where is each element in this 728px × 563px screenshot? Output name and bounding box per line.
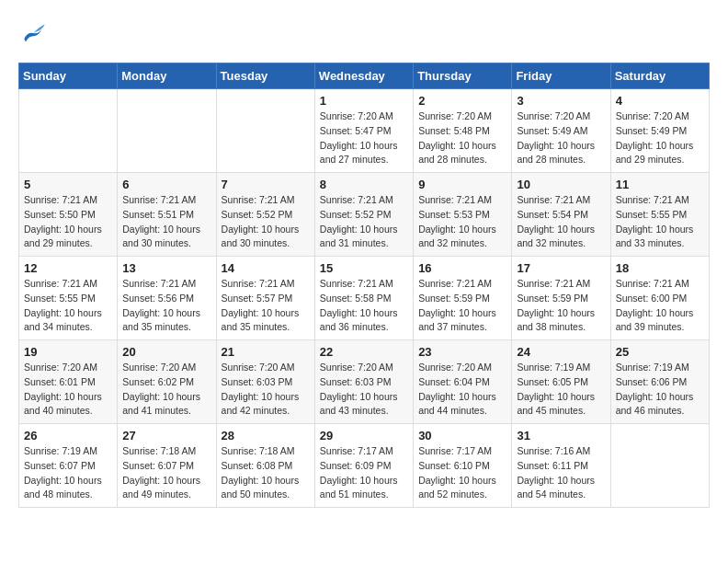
day-number: 3 bbox=[517, 94, 605, 108]
calendar-day-16: 16Sunrise: 7:21 AMSunset: 5:59 PMDayligh… bbox=[414, 257, 512, 340]
day-number: 25 bbox=[616, 345, 704, 359]
day-info: Sunrise: 7:21 AMSunset: 5:52 PMDaylight:… bbox=[320, 193, 408, 251]
calendar-week-3: 12Sunrise: 7:21 AMSunset: 5:55 PMDayligh… bbox=[19, 257, 710, 340]
day-number: 19 bbox=[24, 345, 112, 359]
day-info: Sunrise: 7:17 AMSunset: 6:09 PMDaylight:… bbox=[320, 444, 408, 502]
day-number: 8 bbox=[320, 178, 408, 191]
day-info: Sunrise: 7:17 AMSunset: 6:10 PMDaylight:… bbox=[418, 444, 506, 502]
calendar-day-10: 10Sunrise: 7:21 AMSunset: 5:54 PMDayligh… bbox=[512, 173, 610, 257]
day-info: Sunrise: 7:18 AMSunset: 6:08 PMDaylight:… bbox=[222, 444, 310, 502]
day-info: Sunrise: 7:21 AMSunset: 5:51 PMDaylight:… bbox=[122, 193, 210, 251]
calendar-week-4: 19Sunrise: 7:20 AMSunset: 6:01 PMDayligh… bbox=[19, 340, 710, 424]
day-info: Sunrise: 7:19 AMSunset: 6:07 PMDaylight:… bbox=[24, 444, 112, 502]
day-number: 13 bbox=[122, 261, 210, 275]
calendar-table: SundayMondayTuesdayWednesdayThursdayFrid… bbox=[18, 63, 710, 508]
day-info: Sunrise: 7:21 AMSunset: 5:59 PMDaylight:… bbox=[517, 277, 605, 335]
calendar-day-20: 20Sunrise: 7:20 AMSunset: 6:02 PMDayligh… bbox=[118, 340, 216, 424]
day-number: 5 bbox=[24, 178, 112, 191]
day-info: Sunrise: 7:20 AMSunset: 5:49 PMDaylight:… bbox=[616, 109, 704, 167]
day-number: 12 bbox=[24, 261, 112, 275]
day-info: Sunrise: 7:21 AMSunset: 5:50 PMDaylight:… bbox=[24, 193, 112, 251]
day-number: 26 bbox=[24, 429, 112, 442]
calendar-day-4: 4Sunrise: 7:20 AMSunset: 5:49 PMDaylight… bbox=[610, 89, 709, 173]
day-info: Sunrise: 7:21 AMSunset: 5:54 PMDaylight:… bbox=[517, 193, 605, 251]
calendar-day-22: 22Sunrise: 7:20 AMSunset: 6:03 PMDayligh… bbox=[314, 340, 413, 424]
calendar-day-15: 15Sunrise: 7:21 AMSunset: 5:58 PMDayligh… bbox=[314, 257, 413, 340]
day-number: 28 bbox=[222, 429, 310, 442]
day-number: 17 bbox=[517, 261, 605, 275]
day-number: 22 bbox=[320, 345, 408, 359]
day-info: Sunrise: 7:21 AMSunset: 5:55 PMDaylight:… bbox=[616, 193, 704, 251]
day-info: Sunrise: 7:20 AMSunset: 5:49 AMDaylight:… bbox=[517, 109, 605, 167]
weekday-sunday: Sunday bbox=[19, 63, 118, 89]
calendar-day-25: 25Sunrise: 7:19 AMSunset: 6:06 PMDayligh… bbox=[610, 340, 709, 424]
calendar-day-11: 11Sunrise: 7:21 AMSunset: 5:55 PMDayligh… bbox=[610, 173, 709, 257]
weekday-wednesday: Wednesday bbox=[314, 63, 413, 89]
calendar-day-7: 7Sunrise: 7:21 AMSunset: 5:52 PMDaylight… bbox=[216, 173, 314, 257]
calendar-week-5: 26Sunrise: 7:19 AMSunset: 6:07 PMDayligh… bbox=[19, 424, 710, 508]
day-number: 24 bbox=[517, 345, 605, 359]
empty-cell bbox=[118, 89, 216, 173]
calendar-day-27: 27Sunrise: 7:18 AMSunset: 6:07 PMDayligh… bbox=[118, 424, 216, 508]
day-info: Sunrise: 7:21 AMSunset: 5:57 PMDaylight:… bbox=[222, 277, 310, 335]
calendar-day-8: 8Sunrise: 7:21 AMSunset: 5:52 PMDaylight… bbox=[314, 173, 413, 257]
day-number: 14 bbox=[222, 261, 310, 275]
day-info: Sunrise: 7:20 AMSunset: 6:01 PMDaylight:… bbox=[24, 361, 112, 419]
day-number: 9 bbox=[418, 178, 506, 191]
weekday-header-row: SundayMondayTuesdayWednesdayThursdayFrid… bbox=[19, 63, 710, 89]
day-number: 7 bbox=[222, 178, 310, 191]
day-info: Sunrise: 7:20 AMSunset: 6:03 PMDaylight:… bbox=[320, 361, 408, 419]
day-number: 31 bbox=[517, 429, 605, 442]
calendar-day-13: 13Sunrise: 7:21 AMSunset: 5:56 PMDayligh… bbox=[118, 257, 216, 340]
day-info: Sunrise: 7:21 AMSunset: 5:59 PMDaylight:… bbox=[418, 277, 506, 335]
logo-icon bbox=[18, 18, 48, 48]
weekday-thursday: Thursday bbox=[414, 63, 512, 89]
calendar-day-18: 18Sunrise: 7:21 AMSunset: 6:00 PMDayligh… bbox=[610, 257, 709, 340]
calendar-day-14: 14Sunrise: 7:21 AMSunset: 5:57 PMDayligh… bbox=[216, 257, 314, 340]
day-number: 21 bbox=[222, 345, 310, 359]
day-info: Sunrise: 7:20 AMSunset: 6:04 PMDaylight:… bbox=[418, 361, 506, 419]
calendar-day-3: 3Sunrise: 7:20 AMSunset: 5:49 AMDaylight… bbox=[512, 89, 610, 173]
day-info: Sunrise: 7:21 AMSunset: 5:56 PMDaylight:… bbox=[122, 277, 210, 335]
weekday-saturday: Saturday bbox=[610, 63, 709, 89]
calendar-day-12: 12Sunrise: 7:21 AMSunset: 5:55 PMDayligh… bbox=[19, 257, 118, 340]
day-number: 23 bbox=[418, 345, 506, 359]
empty-cell bbox=[610, 424, 709, 508]
calendar-day-5: 5Sunrise: 7:21 AMSunset: 5:50 PMDaylight… bbox=[19, 173, 118, 257]
day-info: Sunrise: 7:21 AMSunset: 6:00 PMDaylight:… bbox=[616, 277, 704, 335]
day-info: Sunrise: 7:21 AMSunset: 5:58 PMDaylight:… bbox=[320, 277, 408, 335]
calendar-day-31: 31Sunrise: 7:16 AMSunset: 6:11 PMDayligh… bbox=[512, 424, 610, 508]
day-number: 1 bbox=[320, 94, 408, 108]
day-info: Sunrise: 7:20 AMSunset: 6:02 PMDaylight:… bbox=[122, 361, 210, 419]
calendar-day-6: 6Sunrise: 7:21 AMSunset: 5:51 PMDaylight… bbox=[118, 173, 216, 257]
day-info: Sunrise: 7:20 AMSunset: 5:47 PMDaylight:… bbox=[320, 109, 408, 167]
calendar-day-2: 2Sunrise: 7:20 AMSunset: 5:48 PMDaylight… bbox=[414, 89, 512, 173]
day-number: 15 bbox=[320, 261, 408, 275]
calendar-day-1: 1Sunrise: 7:20 AMSunset: 5:47 PMDaylight… bbox=[314, 89, 413, 173]
calendar-day-21: 21Sunrise: 7:20 AMSunset: 6:03 PMDayligh… bbox=[216, 340, 314, 424]
empty-cell bbox=[19, 89, 118, 173]
weekday-monday: Monday bbox=[118, 63, 216, 89]
day-info: Sunrise: 7:20 AMSunset: 6:03 PMDaylight:… bbox=[222, 361, 310, 419]
day-number: 4 bbox=[616, 94, 704, 108]
day-number: 20 bbox=[122, 345, 210, 359]
calendar-week-2: 5Sunrise: 7:21 AMSunset: 5:50 PMDaylight… bbox=[19, 173, 710, 257]
day-info: Sunrise: 7:18 AMSunset: 6:07 PMDaylight:… bbox=[122, 444, 210, 502]
day-info: Sunrise: 7:20 AMSunset: 5:48 PMDaylight:… bbox=[418, 109, 506, 167]
day-number: 11 bbox=[616, 178, 704, 191]
day-info: Sunrise: 7:19 AMSunset: 6:06 PMDaylight:… bbox=[616, 361, 704, 419]
calendar-day-29: 29Sunrise: 7:17 AMSunset: 6:09 PMDayligh… bbox=[314, 424, 413, 508]
calendar-day-9: 9Sunrise: 7:21 AMSunset: 5:53 PMDaylight… bbox=[414, 173, 512, 257]
day-info: Sunrise: 7:21 AMSunset: 5:55 PMDaylight:… bbox=[24, 277, 112, 335]
day-number: 2 bbox=[418, 94, 506, 108]
day-number: 18 bbox=[616, 261, 704, 275]
calendar-day-23: 23Sunrise: 7:20 AMSunset: 6:04 PMDayligh… bbox=[414, 340, 512, 424]
calendar-day-28: 28Sunrise: 7:18 AMSunset: 6:08 PMDayligh… bbox=[216, 424, 314, 508]
day-number: 27 bbox=[122, 429, 210, 442]
calendar-week-1: 1Sunrise: 7:20 AMSunset: 5:47 PMDaylight… bbox=[19, 89, 710, 173]
day-number: 6 bbox=[122, 178, 210, 191]
day-info: Sunrise: 7:21 AMSunset: 5:52 PMDaylight:… bbox=[222, 193, 310, 251]
calendar-day-24: 24Sunrise: 7:19 AMSunset: 6:05 PMDayligh… bbox=[512, 340, 610, 424]
calendar-day-17: 17Sunrise: 7:21 AMSunset: 5:59 PMDayligh… bbox=[512, 257, 610, 340]
day-number: 29 bbox=[320, 429, 408, 442]
